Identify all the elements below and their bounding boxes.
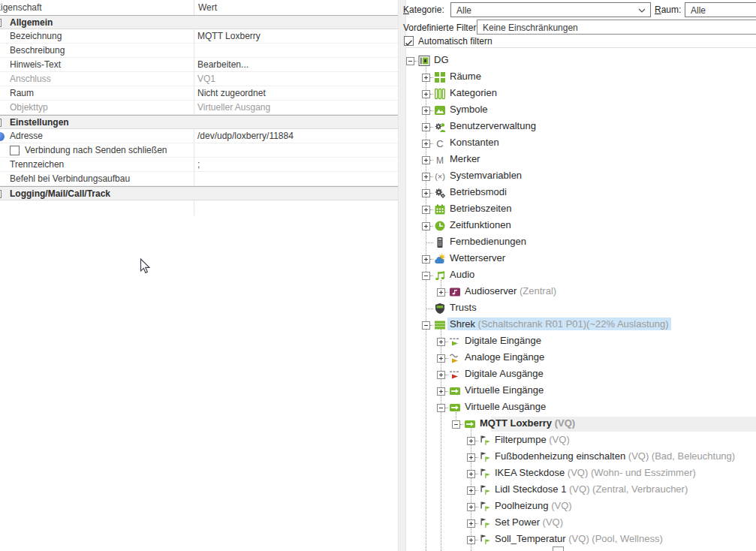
tree-item[interactable]: Symbole (447, 103, 490, 116)
tree-item[interactable]: Benutzerverwaltung (447, 119, 538, 132)
property-group-row[interactable]: Logging/Mail/Call/Track (0, 186, 398, 200)
tree-item[interactable]: Poolheizung (VQ) (492, 499, 574, 512)
tree-item[interactable]: MQTT Loxberry (VQ) (477, 417, 577, 429)
vq-cmd-icon (479, 534, 491, 546)
tree-item[interactable]: Digitale Eingänge (462, 334, 544, 347)
tree-connector-stub (475, 474, 478, 474)
expand-toggle[interactable] (437, 288, 445, 297)
tree-item[interactable]: Fußbodenheizung einschalten (VQ) (Bad, B… (492, 450, 737, 462)
symbols-icon (434, 104, 446, 116)
expand-toggle[interactable] (422, 173, 430, 181)
tree-item-sublabel: (VQ) (551, 500, 571, 511)
tree-connector-stub (430, 325, 433, 326)
tree-item-label: Merker (450, 153, 480, 164)
expand-toggle[interactable] (422, 140, 430, 148)
tree-item[interactable]: Trusts (447, 301, 479, 314)
tree-connector-stub (426, 309, 433, 309)
tree-connector-stub (475, 441, 478, 441)
group-collapse-box[interactable] (0, 19, 2, 27)
expand-toggle[interactable] (422, 74, 430, 82)
tree-item-label: Fernbedienungen (450, 236, 526, 247)
expand-toggle[interactable] (437, 338, 445, 346)
expand-toggle[interactable] (467, 503, 475, 511)
tree-item[interactable]: Virtuelle Ausgänge (462, 400, 548, 413)
tree-item[interactable]: Systemvariablen (447, 169, 524, 182)
expand-toggle[interactable] (422, 206, 430, 214)
expand-toggle[interactable] (437, 354, 445, 363)
tree-item[interactable]: Set Power (VQ) (492, 516, 565, 528)
property-group-row[interactable]: Einstellungen (0, 115, 398, 129)
expand-toggle[interactable] (422, 255, 430, 263)
tree-item[interactable]: Merker (447, 152, 482, 165)
tree-item[interactable]: Kategorien (447, 86, 499, 99)
raum-dropdown[interactable]: Alle (685, 2, 756, 17)
tree-item[interactable]: Soll_Temperatur (VQ) (Pool, Wellness) (492, 532, 665, 545)
tree-item[interactable]: Räume (447, 70, 483, 83)
expand-toggle[interactable] (467, 486, 475, 495)
expand-toggle[interactable] (422, 90, 430, 98)
tree-item[interactable]: Betriebsmodi (447, 185, 509, 198)
tree-item-label: Poolheizung (495, 500, 549, 511)
tree-item[interactable]: Audio (447, 268, 477, 281)
property-value[interactable]: Virtueller Ausgang (197, 102, 270, 113)
group-collapse-box[interactable] (0, 119, 2, 127)
expand-toggle[interactable] (422, 222, 430, 230)
svg-text:(×): (×) (435, 172, 445, 181)
tree-item[interactable]: Fernbedienungen (447, 235, 529, 248)
property-group-row[interactable]: Allgemein (0, 15, 398, 29)
tree-item[interactable]: DG (432, 53, 451, 66)
expand-toggle[interactable] (422, 123, 430, 131)
expand-toggle[interactable] (422, 272, 430, 280)
vordefinierte-filter-input[interactable]: Keine Einschränkungen (477, 20, 756, 35)
tree-item[interactable]: Betriebszeiten (447, 202, 514, 215)
property-checkbox[interactable] (10, 146, 20, 155)
tree-item[interactable]: Shrek (Schaltschrank R01 P01)(~22% Ausla… (447, 318, 671, 330)
trusts-icon (434, 303, 446, 315)
expand-toggle[interactable] (467, 470, 475, 478)
tree-item[interactable]: Zeitfunktionen (447, 218, 514, 231)
property-value[interactable]: /dev/udp/loxberry/11884 (197, 131, 294, 141)
automatisch-filtern-checkbox[interactable] (404, 36, 414, 46)
property-value[interactable]: Nicht zugeordnet (197, 88, 266, 98)
virtual-out-icon (449, 402, 461, 414)
timefunc-icon (434, 220, 446, 232)
tree-item[interactable]: Lidl Steckdose 1 (VQ) (Zentral, Verbrauc… (492, 483, 690, 495)
tree-item[interactable]: Virtuelle Eingänge (462, 384, 546, 396)
property-value[interactable]: MQTT Loxberry (197, 31, 261, 41)
expand-toggle[interactable] (467, 437, 475, 445)
property-value[interactable]: ; (197, 159, 200, 170)
modified-indicator-icon (0, 132, 5, 141)
expand-toggle[interactable] (437, 404, 445, 412)
group-collapse-box[interactable] (0, 190, 2, 198)
tree-item[interactable]: IKEA Steckdose (VQ) (Wohn- und Esszimmer… (492, 466, 698, 479)
tree-connector-stub (445, 391, 448, 392)
expand-toggle[interactable] (467, 453, 475, 462)
tree-item[interactable]: Digitale Ausgänge (462, 367, 546, 380)
expand-toggle[interactable] (452, 420, 460, 429)
tree-item-label: Virtuelle Eingänge (465, 384, 544, 396)
tree-item[interactable]: Filterpumpe (VQ) (492, 433, 572, 446)
panel-splitter[interactable] (398, 0, 406, 551)
tree-item[interactable]: Analoge Eingänge (462, 351, 547, 363)
expand-toggle[interactable] (422, 107, 430, 115)
tree-connector-stub (445, 292, 448, 293)
tree-item-label: Betriebszeiten (450, 203, 511, 214)
expand-toggle[interactable] (422, 156, 430, 164)
expand-toggle[interactable] (406, 57, 414, 65)
kategorie-dropdown[interactable]: Alle (450, 2, 651, 17)
tree-item[interactable]: Wetterserver (447, 251, 508, 264)
expand-toggle[interactable] (422, 321, 430, 330)
expand-toggle[interactable] (467, 536, 475, 544)
sysvar-icon: (×) (434, 170, 446, 182)
column-divider[interactable] (194, 0, 194, 15)
expand-toggle[interactable] (437, 387, 445, 396)
property-value[interactable]: Bearbeiten... (197, 59, 248, 70)
tree-item[interactable]: Audioserver (Zentral) (462, 285, 559, 297)
expand-toggle[interactable] (437, 371, 445, 379)
expand-toggle[interactable] (422, 189, 430, 197)
loxone-config-window: Eigenschaft Wert AllgemeinBezeichnungMQT… (0, 0, 756, 551)
tree-item[interactable]: Konstanten (447, 136, 501, 149)
expand-toggle[interactable] (467, 519, 475, 528)
tree-item-sublabel: (VQ) (Pool, Wellness) (568, 533, 662, 544)
property-value[interactable]: VQ1 (197, 74, 215, 84)
